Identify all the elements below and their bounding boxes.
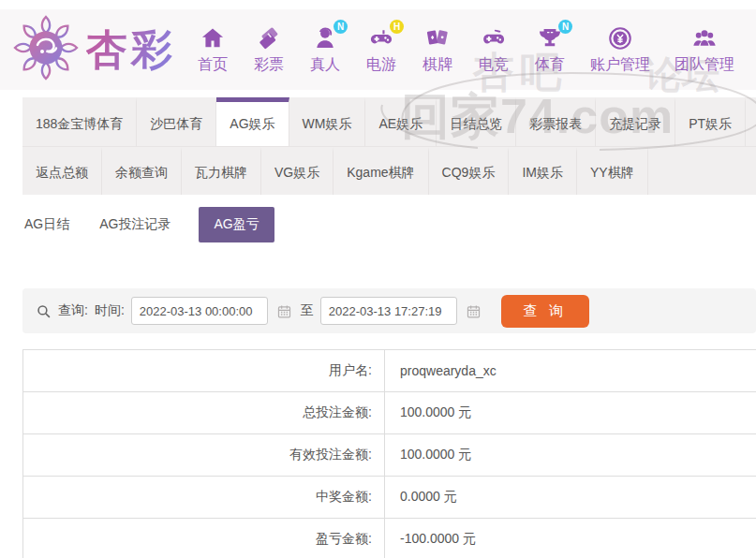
tab-日结总览[interactable]: 日结总览 bbox=[437, 97, 516, 146]
query-label: 查询: bbox=[58, 302, 88, 319]
tab-VG娱乐[interactable]: VG娱乐 bbox=[261, 147, 334, 195]
nav-item-team[interactable]: 团队管理 bbox=[674, 25, 734, 75]
nav-item-label: 体育 bbox=[535, 55, 565, 75]
tab-188金宝博体育[interactable]: 188金宝博体育 bbox=[22, 97, 137, 146]
gamepad-icon: H bbox=[368, 25, 394, 51]
nav-item-esports[interactable]: 电竞 bbox=[478, 25, 510, 75]
row-value: -100.0000 元 bbox=[385, 519, 756, 558]
table-row: 盈亏金额:-100.0000 元 bbox=[23, 519, 756, 558]
row-label: 有效投注金额: bbox=[23, 434, 385, 477]
brand-logo[interactable]: 杏彩 bbox=[11, 13, 176, 86]
nav-badge: H bbox=[390, 20, 404, 34]
report-table: 用户名:proqwearyda_xc总投注金额:100.0000 元有效投注金额… bbox=[22, 349, 756, 558]
tab-返点总额[interactable]: 返点总额 bbox=[22, 147, 102, 195]
brand-name: 杏彩 bbox=[86, 22, 176, 78]
nav-item-board[interactable]: 棋牌 bbox=[422, 25, 453, 75]
tab-CQ9娱乐[interactable]: CQ9娱乐 bbox=[429, 147, 510, 195]
nav-badge: N bbox=[558, 20, 572, 34]
subtab-AG日结[interactable]: AG日结 bbox=[22, 207, 71, 242]
tab-WM娱乐[interactable]: WM娱乐 bbox=[289, 97, 366, 146]
row-label: 用户名: bbox=[23, 350, 385, 392]
query-bar: 查询: 时间: 至 查 询 bbox=[22, 288, 756, 333]
tab-AG娱乐[interactable]: AG娱乐 bbox=[216, 97, 289, 146]
date-to-input[interactable] bbox=[320, 297, 457, 325]
table-row: 用户名:proqwearyda_xc bbox=[23, 350, 756, 392]
nav-item-label: 彩票 bbox=[254, 55, 284, 75]
table-row: 中奖金额:0.0000 元 bbox=[23, 477, 756, 519]
team-icon bbox=[691, 25, 718, 51]
nav-item-label: 棋牌 bbox=[422, 55, 452, 75]
nav-item-label: 团队管理 bbox=[674, 55, 734, 75]
row-value: 100.0000 元 bbox=[385, 392, 756, 434]
row-value: 0.0000 元 bbox=[385, 477, 756, 519]
tab-充提记录[interactable]: 充提记录 bbox=[596, 97, 675, 146]
tab-YY棋牌[interactable]: YY棋牌 bbox=[577, 147, 648, 195]
trophy-icon: N bbox=[537, 25, 563, 51]
search-icon bbox=[36, 303, 52, 319]
tabs-row-2: 返点总额余额查询瓦力棋牌VG娱乐Kgame棋牌CQ9娱乐IM娱乐YY棋牌 bbox=[22, 146, 756, 195]
date-from-input[interactable] bbox=[131, 297, 268, 325]
nav-badge: N bbox=[334, 20, 348, 34]
tab-沙巴体育[interactable]: 沙巴体育 bbox=[137, 97, 216, 146]
table-row: 有效投注金额:100.0000 元 bbox=[23, 434, 756, 477]
nav-item-label: 电竞 bbox=[479, 55, 509, 75]
nav-item-account[interactable]: 账户管理 bbox=[590, 25, 650, 75]
tab-账变记录[interactable]: 账变记录 bbox=[746, 97, 756, 146]
esports-icon bbox=[481, 25, 507, 51]
calendar-icon[interactable] bbox=[276, 303, 292, 319]
ticket-icon bbox=[256, 25, 282, 51]
header: 杏彩 首页彩票N真人H电游棋牌电竞N体育账户管理团队管理 bbox=[0, 9, 756, 90]
nav-item-live[interactable]: N真人 bbox=[309, 25, 341, 75]
query-button[interactable]: 查 询 bbox=[501, 295, 589, 328]
nav-item-sports[interactable]: N体育 bbox=[534, 25, 566, 75]
subtab-AG盈亏[interactable]: AG盈亏 bbox=[199, 207, 274, 242]
to-label: 至 bbox=[301, 302, 314, 319]
nav-item-label: 电游 bbox=[366, 55, 396, 75]
coin-icon bbox=[607, 25, 633, 51]
nav-item-egames[interactable]: H电游 bbox=[365, 25, 397, 75]
cards-icon bbox=[424, 25, 451, 51]
row-label: 盈亏金额: bbox=[23, 519, 385, 558]
tab-彩票报表[interactable]: 彩票报表 bbox=[516, 97, 596, 146]
calendar-icon[interactable] bbox=[466, 303, 482, 319]
tab-AE娱乐[interactable]: AE娱乐 bbox=[365, 97, 437, 146]
person-icon: N bbox=[312, 25, 338, 51]
tab-PT娱乐[interactable]: PT娱乐 bbox=[675, 97, 746, 146]
page: 杏彩 首页彩票N真人H电游棋牌电竞N体育账户管理团队管理 杏吧 论坛 回家74.… bbox=[0, 9, 756, 558]
row-value: 100.0000 元 bbox=[385, 434, 756, 477]
tabs-row-1: 188金宝博体育沙巴体育AG娱乐WM娱乐AE娱乐日结总览彩票报表充提记录PT娱乐… bbox=[22, 97, 756, 146]
nav-item-label: 首页 bbox=[198, 55, 228, 75]
nav-item-label: 真人 bbox=[310, 55, 340, 75]
row-value: proqwearyda_xc bbox=[385, 350, 756, 392]
nav-item-lottery[interactable]: 彩票 bbox=[253, 25, 285, 75]
main-nav: 首页彩票N真人H电游棋牌电竞N体育账户管理团队管理 bbox=[197, 25, 734, 75]
tab-IM娱乐[interactable]: IM娱乐 bbox=[509, 147, 577, 195]
nav-item-home[interactable]: 首页 bbox=[197, 25, 229, 75]
tab-Kgame棋牌[interactable]: Kgame棋牌 bbox=[334, 147, 428, 195]
table-row: 总投注金额:100.0000 元 bbox=[23, 392, 756, 434]
ag-subtabs: AG日结AG投注记录AG盈亏 bbox=[22, 206, 756, 243]
subtab-AG投注记录[interactable]: AG投注记录 bbox=[97, 207, 172, 242]
brand-flower-icon bbox=[11, 13, 81, 86]
home-icon bbox=[200, 25, 226, 51]
row-label: 总投注金额: bbox=[23, 392, 385, 434]
game-tabs: 188金宝博体育沙巴体育AG娱乐WM娱乐AE娱乐日结总览彩票报表充提记录PT娱乐… bbox=[22, 97, 756, 195]
time-label: 时间: bbox=[95, 302, 125, 319]
row-label: 中奖金额: bbox=[23, 477, 385, 519]
nav-item-label: 账户管理 bbox=[590, 55, 650, 75]
tab-余额查询[interactable]: 余额查询 bbox=[102, 147, 182, 195]
tab-瓦力棋牌[interactable]: 瓦力棋牌 bbox=[182, 147, 261, 195]
